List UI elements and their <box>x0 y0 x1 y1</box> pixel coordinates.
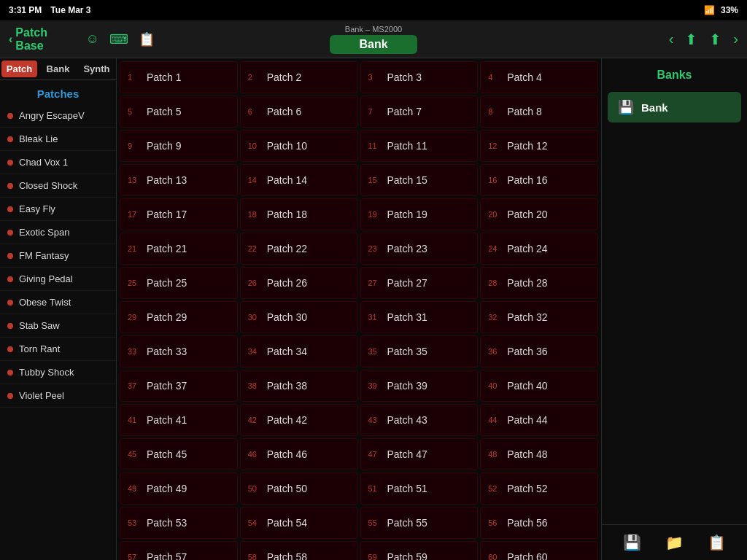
patch-cell[interactable]: 43Patch 43 <box>360 404 479 436</box>
patch-cell[interactable]: 34Patch 34 <box>240 335 358 368</box>
patch-cell[interactable]: 32Patch 32 <box>480 301 598 333</box>
tab-synth[interactable]: Synth <box>77 58 116 79</box>
patch-cell[interactable]: 29Patch 29 <box>120 301 238 333</box>
back-button[interactable]: ‹ Patch Base <box>9 26 74 52</box>
patch-cell[interactable]: 45Patch 45 <box>120 438 238 470</box>
patch-cell[interactable]: 48Patch 48 <box>480 438 598 470</box>
patch-cell[interactable]: 16Patch 16 <box>480 164 598 196</box>
patch-cell[interactable]: 60Patch 60 <box>480 541 598 560</box>
patch-cell[interactable]: 35Patch 35 <box>360 335 479 368</box>
patch-cell[interactable]: 47Patch 47 <box>360 438 479 470</box>
patch-cell[interactable]: 50Patch 50 <box>240 472 358 505</box>
patch-name: Patch 53 <box>147 517 187 529</box>
patch-cell[interactable]: 18Patch 18 <box>240 198 358 230</box>
patch-cell[interactable]: 19Patch 19 <box>360 198 479 230</box>
sidebar-list-item[interactable]: Easy Fly <box>0 198 116 221</box>
patch-cell[interactable]: 2Patch 2 <box>240 61 358 93</box>
sidebar-list-item[interactable]: Tubby Shock <box>0 361 116 384</box>
patch-cell[interactable]: 3Patch 3 <box>360 61 479 93</box>
keyboard-icon[interactable]: ⌨ <box>109 31 128 47</box>
patch-grid-area[interactable]: 1Patch 12Patch 23Patch 34Patch 45Patch 5… <box>117 58 601 560</box>
patch-number: 44 <box>488 416 503 424</box>
patch-cell[interactable]: 42Patch 42 <box>240 404 358 436</box>
patch-cell[interactable]: 53Patch 53 <box>120 507 238 539</box>
patch-cell[interactable]: 15Patch 15 <box>360 164 479 196</box>
smiley-icon[interactable]: ☺ <box>86 31 99 47</box>
banks-heading: Banks <box>602 58 747 89</box>
patch-cell[interactable]: 23Patch 23 <box>360 233 479 265</box>
patch-cell[interactable]: 8Patch 8 <box>480 96 598 128</box>
patch-cell[interactable]: 22Patch 22 <box>240 233 358 265</box>
patch-cell[interactable]: 51Patch 51 <box>360 472 479 505</box>
patch-number: 21 <box>128 244 142 253</box>
patch-cell[interactable]: 13Patch 13 <box>120 164 238 196</box>
sidebar-list-item[interactable]: Angry EscapeV <box>0 104 116 128</box>
patch-cell[interactable]: 38Patch 38 <box>240 370 358 402</box>
patch-cell[interactable]: 21Patch 21 <box>120 233 238 265</box>
patch-cell[interactable]: 6Patch 6 <box>240 96 358 128</box>
patch-cell[interactable]: 58Patch 58 <box>240 541 358 560</box>
patch-number: 27 <box>368 279 383 287</box>
add-folder-icon[interactable]: 📁 <box>665 534 684 551</box>
share-icon[interactable]: ⬆ <box>709 31 721 48</box>
patch-name: Patch 44 <box>507 414 547 426</box>
patch-cell[interactable]: 28Patch 28 <box>480 267 598 299</box>
sidebar-list-item[interactable]: Chad Vox 1 <box>0 151 116 174</box>
patch-cell[interactable]: 12Patch 12 <box>480 130 598 162</box>
clipboard-icon[interactable]: 📋 <box>139 31 155 47</box>
sidebar-list-item[interactable]: FM Fantasy <box>0 244 116 268</box>
patch-cell[interactable]: 24Patch 24 <box>480 233 598 265</box>
next-icon[interactable]: › <box>733 31 738 47</box>
patch-cell[interactable]: 14Patch 14 <box>240 164 358 196</box>
patch-cell[interactable]: 27Patch 27 <box>360 267 479 299</box>
sidebar-list-item[interactable]: Violet Peel <box>0 384 116 408</box>
patch-cell[interactable]: 40Patch 40 <box>480 370 598 402</box>
sidebar-list-item[interactable]: Stab Saw <box>0 314 116 338</box>
patch-cell[interactable]: 1Patch 1 <box>120 61 238 93</box>
patch-cell[interactable]: 20Patch 20 <box>480 198 598 230</box>
save-icon[interactable]: 💾 <box>623 534 641 551</box>
patch-name: Patch 40 <box>507 380 547 392</box>
tab-bank[interactable]: Bank <box>39 58 77 79</box>
patch-number: 56 <box>488 518 503 527</box>
patch-cell[interactable]: 31Patch 31 <box>360 301 479 333</box>
patch-cell[interactable]: 30Patch 30 <box>240 301 358 333</box>
patch-cell[interactable]: 41Patch 41 <box>120 404 238 436</box>
tab-patch[interactable]: Patch <box>1 61 37 77</box>
sidebar-list-item[interactable]: Obese Twist <box>0 291 116 314</box>
sidebar-list-item[interactable]: Torn Rant <box>0 338 116 361</box>
patch-cell[interactable]: 39Patch 39 <box>360 370 479 402</box>
bank-item[interactable]: 💾 Bank <box>608 92 741 122</box>
patch-cell[interactable]: 37Patch 37 <box>120 370 238 402</box>
patch-cell[interactable]: 11Patch 11 <box>360 130 479 162</box>
patch-cell[interactable]: 44Patch 44 <box>480 404 598 436</box>
patch-cell[interactable]: 25Patch 25 <box>120 267 238 299</box>
patch-cell[interactable]: 4Patch 4 <box>480 61 598 93</box>
patch-cell[interactable]: 49Patch 49 <box>120 472 238 505</box>
sidebar-list-item[interactable]: Giving Pedal <box>0 268 116 291</box>
patch-cell[interactable]: 56Patch 56 <box>480 507 598 539</box>
patch-cell[interactable]: 9Patch 9 <box>120 130 238 162</box>
patch-cell[interactable]: 54Patch 54 <box>240 507 358 539</box>
patch-cell[interactable]: 5Patch 5 <box>120 96 238 128</box>
patch-cell[interactable]: 33Patch 33 <box>120 335 238 368</box>
upload-icon[interactable]: ⬆ <box>685 31 697 48</box>
sidebar-list-item[interactable]: Closed Shock <box>0 174 116 198</box>
prev-icon[interactable]: ‹ <box>669 31 674 47</box>
patch-cell[interactable]: 55Patch 55 <box>360 507 479 539</box>
patch-cell[interactable]: 57Patch 57 <box>120 541 238 560</box>
patch-cell[interactable]: 52Patch 52 <box>480 472 598 505</box>
patch-number: 20 <box>488 210 503 219</box>
patch-cell[interactable]: 7Patch 7 <box>360 96 479 128</box>
patch-cell[interactable]: 36Patch 36 <box>480 335 598 368</box>
patch-name: Patch 55 <box>387 517 427 529</box>
sidebar-list-item[interactable]: Exotic Span <box>0 221 116 244</box>
sidebar-list-item[interactable]: Bleak Lie <box>0 128 116 151</box>
patch-cell[interactable]: 17Patch 17 <box>120 198 238 230</box>
patch-cell[interactable]: 26Patch 26 <box>240 267 358 299</box>
copy-icon[interactable]: 📋 <box>708 534 726 551</box>
patch-cell[interactable]: 46Patch 46 <box>240 438 358 470</box>
patch-cell[interactable]: 59Patch 59 <box>360 541 479 560</box>
patch-cell[interactable]: 10Patch 10 <box>240 130 358 162</box>
bank-title-button[interactable]: Bank <box>330 35 417 54</box>
